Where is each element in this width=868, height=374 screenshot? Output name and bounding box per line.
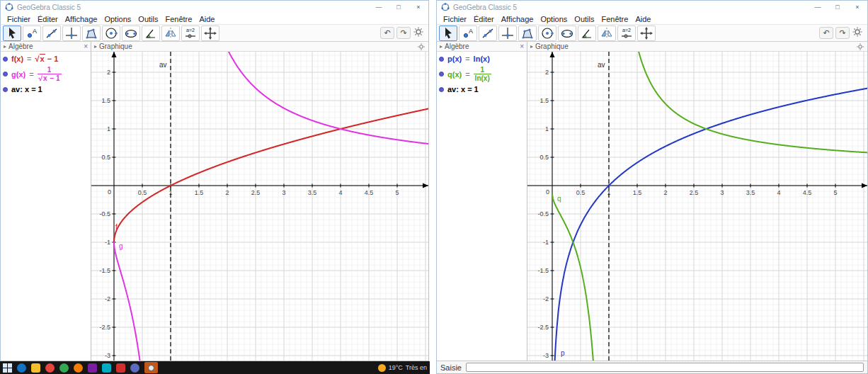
line-definition: av: x = 1 [11, 85, 42, 94]
menu-aide[interactable]: Aide [632, 15, 654, 23]
taskbar: 19°C Très en [0, 361, 430, 374]
move-view-tool-icon[interactable] [201, 26, 219, 41]
line-definition: av: x = 1 [447, 85, 479, 94]
menu-affichage[interactable]: Affichage [62, 15, 101, 23]
taskbar-app-icon[interactable] [59, 363, 69, 373]
visibility-toggle[interactable] [3, 72, 8, 76]
toolbar-gear-icon[interactable] [852, 26, 863, 40]
radical: √x [35, 54, 45, 63]
algebra-item-g[interactable]: g(x) = 1 √x − 1 [1, 64, 91, 84]
title-bar[interactable]: GeoGebra Classic 5 — □ × [1, 1, 428, 13]
undo-icon[interactable]: ↶ [819, 27, 833, 39]
svg-text:-2.5: -2.5 [99, 324, 110, 331]
caret-icon[interactable]: ▸ [94, 43, 97, 50]
start-button-icon[interactable] [3, 363, 12, 373]
circle-tool-icon[interactable] [538, 26, 556, 41]
menu-affichage[interactable]: Affichage [498, 15, 537, 23]
visibility-toggle[interactable] [439, 72, 444, 76]
visibility-toggle[interactable] [439, 57, 444, 62]
equals-sign: = [465, 55, 469, 63]
move-view-tool-icon[interactable] [637, 26, 656, 41]
conic-tool-icon[interactable] [122, 26, 140, 41]
svg-text:a=2: a=2 [186, 28, 195, 33]
svg-text:2: 2 [225, 189, 229, 196]
stylebar-gear-icon[interactable] [417, 42, 426, 51]
line-tool-icon[interactable] [479, 26, 497, 41]
menu-options[interactable]: Options [101, 15, 135, 23]
maximize-button[interactable]: □ [828, 1, 847, 13]
algebra-item-f[interactable]: f(x) = √x − 1 [1, 53, 91, 64]
perpendicular-tool-icon[interactable] [498, 26, 517, 41]
title-bar[interactable]: GeoGebra Classic 5 — □ × [437, 1, 867, 13]
algebra-item-av[interactable]: av: x = 1 [437, 84, 527, 95]
taskbar-app-icon[interactable] [74, 363, 83, 373]
polygon-tool-icon[interactable] [82, 26, 101, 41]
taskbar-app-icon[interactable] [88, 363, 97, 373]
close-panel-icon[interactable]: × [84, 42, 88, 50]
point-tool-icon[interactable]: A [23, 26, 41, 41]
algebra-item-p[interactable]: p(x) = ln(x) [437, 53, 527, 64]
caret-icon[interactable]: ▸ [530, 43, 533, 50]
caret-icon[interactable]: ▸ [440, 43, 442, 50]
svg-text:3.5: 3.5 [308, 189, 317, 196]
input-field[interactable] [466, 363, 864, 372]
weather-widget[interactable]: 19°C Très en [378, 364, 427, 372]
slider-tool-icon[interactable]: a=2 [617, 26, 636, 41]
visibility-toggle[interactable] [439, 87, 444, 92]
stylebar-gear-icon[interactable] [856, 42, 864, 51]
slider-tool-icon[interactable]: a=2 [181, 26, 200, 41]
polygon-tool-icon[interactable] [518, 26, 537, 41]
algebra-item-av[interactable]: av: x = 1 [1, 84, 91, 95]
move-tool-icon[interactable] [439, 26, 457, 41]
function-name: p(x) [447, 55, 462, 63]
menu-outils[interactable]: Outils [135, 15, 161, 23]
taskbar-app-icon[interactable] [130, 363, 139, 373]
menu-fichier[interactable]: Fichier [440, 15, 470, 23]
function-expression: 1 √x − 1 [38, 66, 62, 82]
menu-fenetre[interactable]: Fenêtre [161, 15, 195, 23]
close-button[interactable]: × [409, 1, 428, 13]
redo-icon[interactable]: ↷ [835, 27, 850, 39]
menu-outils[interactable]: Outils [571, 15, 598, 23]
move-tool-icon[interactable] [3, 26, 21, 41]
transform-tool-icon[interactable] [161, 26, 180, 41]
toolbar: A a=2 ↶ ↷ [1, 24, 428, 42]
weather-temp: 19°C [389, 364, 403, 371]
line-tool-icon[interactable] [42, 26, 61, 41]
algebra-header: ▸ Algèbre × [437, 42, 527, 52]
maximize-button[interactable]: □ [389, 1, 409, 13]
menu-fenetre[interactable]: Fenêtre [598, 15, 632, 23]
close-panel-icon[interactable]: × [520, 42, 524, 50]
angle-tool-icon[interactable] [578, 26, 596, 41]
taskbar-app-icon[interactable] [31, 363, 40, 373]
perpendicular-tool-icon[interactable] [62, 26, 81, 41]
menu-editer[interactable]: Éditer [470, 15, 498, 23]
circle-tool-icon[interactable] [102, 26, 120, 41]
menu-options[interactable]: Options [537, 15, 571, 23]
visibility-toggle[interactable] [3, 87, 8, 92]
conic-tool-icon[interactable] [558, 26, 576, 41]
transform-tool-icon[interactable] [598, 26, 616, 41]
taskbar-app-icon[interactable] [45, 363, 55, 373]
taskbar-app-icon[interactable] [17, 363, 26, 373]
algebra-item-q[interactable]: q(x) = 1 ln(x) [437, 64, 527, 84]
menu-editer[interactable]: Éditer [34, 15, 62, 23]
undo-icon[interactable]: ↶ [380, 27, 394, 39]
toolbar-gear-icon[interactable] [413, 26, 424, 40]
taskbar-app-icon[interactable] [116, 363, 125, 373]
menu-fichier[interactable]: Fichier [4, 15, 34, 23]
redo-icon[interactable]: ↷ [396, 27, 411, 39]
menu-aide[interactable]: Aide [195, 15, 218, 23]
point-tool-icon[interactable]: A [459, 26, 477, 41]
minimize-button[interactable]: — [369, 1, 389, 13]
svg-text:-2: -2 [543, 295, 549, 302]
minimize-button[interactable]: — [808, 1, 828, 13]
graphics-view[interactable]: 0.511.522.533.544.55-3-2.5-2-1.5-1-0.50.… [91, 52, 428, 361]
visibility-toggle[interactable] [3, 57, 8, 62]
taskbar-active-app-icon[interactable] [144, 362, 158, 373]
caret-icon[interactable]: ▸ [4, 43, 6, 50]
close-button[interactable]: × [847, 1, 867, 13]
angle-tool-icon[interactable] [142, 26, 160, 41]
taskbar-app-icon[interactable] [102, 363, 111, 373]
graphics-view[interactable]: 0.511.522.533.544.55-3-2.5-2-1.5-1-0.50.… [527, 52, 867, 361]
